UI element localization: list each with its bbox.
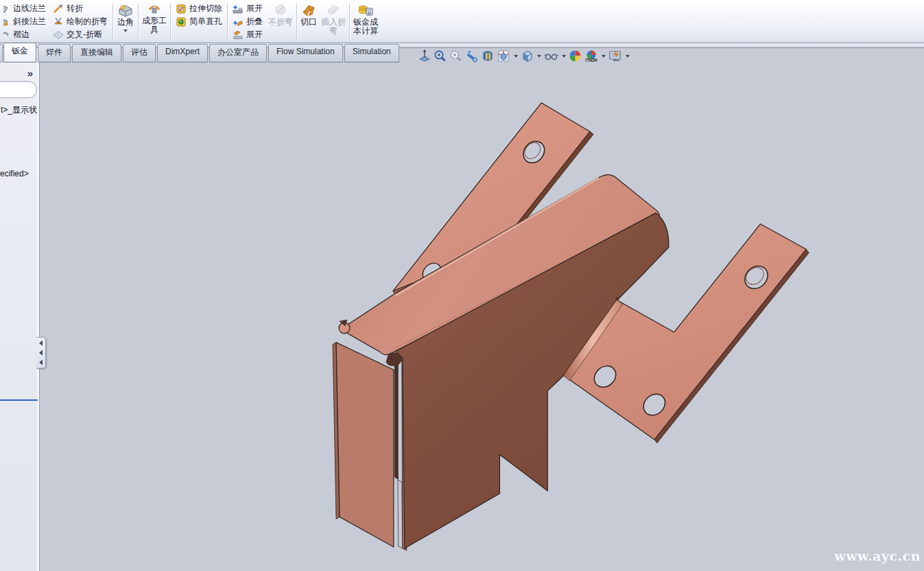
zoom-to-fit-icon[interactable] xyxy=(418,49,431,62)
hide-show-items-caret[interactable] xyxy=(562,55,566,60)
ribbon-separator xyxy=(227,3,228,40)
extruded-cut-button[interactable]: 拉伸切除 xyxy=(174,2,224,15)
display-style-caret[interactable] xyxy=(537,55,541,60)
apply-scene-icon[interactable] xyxy=(584,49,598,62)
jog-icon xyxy=(53,3,64,14)
cross-break-button[interactable]: 交叉-折断 xyxy=(51,28,109,41)
edge-flange-icon xyxy=(3,3,10,14)
ribbon-separator xyxy=(296,3,297,40)
collapse-arrow-icon xyxy=(39,340,43,346)
simple-hole-button[interactable]: 简单直孔 xyxy=(174,15,224,28)
unfold-button[interactable]: 展开 xyxy=(231,2,264,15)
tab-dimxpert[interactable]: DimXpert xyxy=(157,44,208,62)
ribbon-separator xyxy=(349,3,350,40)
sheet-metal-cost-icon xyxy=(357,3,375,18)
miter-flange-button[interactable]: 斜接法兰 xyxy=(2,15,47,28)
display-state-box[interactable] xyxy=(0,81,37,98)
ribbon-group-bends: 转折 绘制的折弯 交叉-折断 xyxy=(49,1,111,43)
bracket-geometry[interactable] xyxy=(333,103,809,550)
apply-scene-caret[interactable] xyxy=(602,55,606,60)
edge-flange-button[interactable]: 边线法兰 xyxy=(2,2,47,15)
forming-tool-button[interactable]: 成形工 具 xyxy=(140,1,169,43)
unfold-icon xyxy=(233,3,244,14)
graphics-area[interactable]: www.ayc.cn xyxy=(40,44,924,571)
tab-flow-simulation[interactable]: Flow Simulation xyxy=(268,44,343,62)
sheet-metal-cost-button[interactable]: 钣金成 本计算 xyxy=(351,1,380,43)
tab-office-products[interactable]: 办公室产品 xyxy=(209,44,267,62)
flatten-button[interactable]: 展开 xyxy=(231,28,264,41)
fold-button[interactable]: 折叠 xyxy=(231,15,264,28)
tab-simulation[interactable]: Simulation xyxy=(344,44,399,62)
miter-flange-icon xyxy=(3,16,10,27)
commandmanager-ribbon: 边线法兰 斜接法兰 褶边 转折 绘制的折弯 交叉-折断 xyxy=(0,0,924,43)
ribbon-separator xyxy=(138,3,139,40)
forming-tool-icon xyxy=(146,3,163,16)
collapse-arrow-icon xyxy=(39,350,43,356)
panel-splitter[interactable] xyxy=(36,337,46,369)
feature-manager-panel: » t>_显示状 ecified> xyxy=(0,44,40,571)
ribbon-group-cuts: 拉伸切除 简单直孔 xyxy=(172,1,226,43)
sketched-bend-icon xyxy=(53,16,64,27)
view-orientation-icon[interactable] xyxy=(497,49,510,62)
sketched-bend-button[interactable]: 绘制的折弯 xyxy=(51,15,109,28)
cross-break-icon xyxy=(53,30,64,40)
corner-button[interactable]: 边角 xyxy=(115,1,137,43)
watermark: www.ayc.cn xyxy=(834,548,921,563)
tree-item-not-specified: ecified> xyxy=(0,169,38,178)
hem-icon xyxy=(3,30,10,40)
tab-edge-fragment xyxy=(0,44,3,62)
panel-expand-chevron[interactable]: » xyxy=(27,70,33,77)
simple-hole-icon xyxy=(176,16,187,27)
corner-icon xyxy=(117,3,134,18)
panel-divider-line xyxy=(0,399,38,401)
hem-button[interactable]: 褶边 xyxy=(2,28,47,41)
jog-button[interactable]: 转折 xyxy=(51,2,109,15)
zoom-in-out-icon[interactable] xyxy=(449,49,462,62)
fold-icon xyxy=(233,16,244,27)
headsup-view-toolbar xyxy=(418,49,630,62)
no-bends-icon xyxy=(272,3,289,18)
tab-sheet-metal[interactable]: 钣金 xyxy=(3,43,36,62)
edit-appearance-icon[interactable] xyxy=(569,49,582,62)
solidworks-window: 边线法兰 斜接法兰 褶边 转折 绘制的折弯 交叉-折断 xyxy=(0,0,924,571)
view-orientation-caret[interactable] xyxy=(514,55,518,60)
insert-bends-icon xyxy=(325,3,342,18)
ribbon-separator xyxy=(112,3,113,40)
view-settings-caret[interactable] xyxy=(626,55,630,60)
tab-direct-editing[interactable]: 直接编辑 xyxy=(72,44,121,62)
ribbon-group-flanges: 边线法兰 斜接法兰 褶边 xyxy=(0,1,49,43)
zoom-to-area-icon[interactable] xyxy=(434,49,447,62)
view-settings-icon[interactable] xyxy=(608,49,622,62)
main-area: » t>_显示状 ecified> xyxy=(0,44,924,571)
previous-view-icon[interactable] xyxy=(465,49,479,62)
ribbon-separator xyxy=(170,3,171,40)
hide-show-items-icon[interactable] xyxy=(544,49,558,62)
tree-item-display-state: t>_显示状 xyxy=(1,104,39,116)
collapse-arrow-icon xyxy=(39,360,43,365)
rip-button[interactable]: 切口 xyxy=(298,1,319,43)
no-bends-button[interactable]: 不折弯 xyxy=(266,1,295,43)
flatten-icon xyxy=(233,30,244,40)
display-style-icon[interactable] xyxy=(521,49,534,62)
ribbon-group-fold: 展开 折叠 展开 xyxy=(229,1,266,43)
section-view-icon[interactable] xyxy=(482,49,495,62)
tab-evaluate[interactable]: 评估 xyxy=(123,44,156,62)
corner-dropdown-caret[interactable] xyxy=(123,30,128,34)
tab-weldments[interactable]: 焊件 xyxy=(38,44,71,62)
insert-bends-button[interactable]: 插入折 弯 xyxy=(319,1,348,43)
commandmanager-tabs: 钣金 焊件 直接编辑 评估 DimXpert 办公室产品 Flow Simula… xyxy=(3,44,399,62)
rip-icon xyxy=(300,3,317,18)
extruded-cut-icon xyxy=(176,3,187,14)
part-model[interactable] xyxy=(40,44,924,571)
